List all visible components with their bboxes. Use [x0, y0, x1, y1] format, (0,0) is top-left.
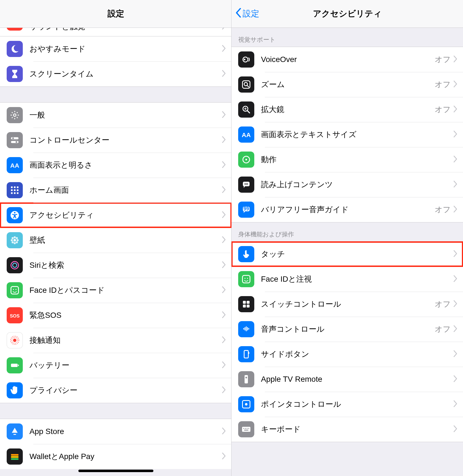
row-voiceover[interactable]: VoiceOverオフ [232, 47, 463, 72]
chevron-right-icon [222, 336, 226, 344]
row-appstore[interactable]: App Store [0, 419, 232, 444]
row-sidebutton[interactable]: サイドボタン [232, 342, 463, 367]
home-indicator[interactable] [78, 470, 153, 472]
row-label: Siriと検索 [29, 260, 222, 271]
svg-point-47 [245, 159, 247, 160]
row-label: 画面表示とテキストサイズ [261, 129, 454, 140]
row-label: バッテリー [29, 360, 222, 371]
row-wallpaper[interactable]: 壁紙 [0, 228, 232, 253]
row-label: Apple TV Remote [261, 375, 454, 384]
chevron-right-icon [454, 425, 457, 433]
chevron-right-icon [454, 300, 457, 308]
svg-point-17 [14, 239, 16, 242]
row-voicectrl[interactable]: 音声コントロールオフ [232, 317, 463, 342]
svg-point-41 [244, 59, 245, 60]
row-label: アクセシビリティ [29, 210, 222, 220]
face-icon [7, 282, 23, 298]
chevron-right-icon [222, 45, 226, 53]
row-home[interactable]: ホーム画面 [0, 178, 232, 203]
magnifier-icon [238, 101, 254, 118]
row-textsize[interactable]: AA画面表示とテキストサイズ [232, 122, 463, 147]
back-button[interactable]: 設定 [235, 0, 259, 28]
row-wallet[interactable]: WalletとApple Pay [0, 444, 232, 469]
svg-rect-35 [11, 364, 18, 367]
row-pointer[interactable]: ポインタコントロール [232, 392, 463, 417]
chevron-right-icon [222, 236, 226, 244]
chevron-right-icon [454, 181, 457, 189]
appstore-icon [7, 423, 23, 440]
svg-rect-61 [244, 351, 248, 358]
svg-text:AA: AA [10, 162, 19, 169]
chevron-right-icon [222, 70, 226, 78]
sound-icon [7, 28, 23, 31]
svg-point-26 [11, 262, 19, 269]
row-switchctrl[interactable]: スイッチコントロールオフ [232, 292, 463, 317]
row-siri[interactable]: Siriと検索 [0, 253, 232, 278]
svg-point-27 [13, 263, 17, 267]
row-value: オフ [435, 299, 451, 309]
aa-icon: AA [238, 127, 254, 143]
exposure-icon [7, 332, 23, 348]
row-faceid[interactable]: Face IDとパスコード [0, 278, 232, 303]
svg-point-30 [16, 289, 17, 290]
accessibility-list[interactable]: 視覚サポートVoiceOverオフズームオフ拡大鏡オフAA画面表示とテキストサイ… [232, 28, 463, 476]
chevron-right-icon [454, 375, 457, 383]
svg-point-49 [245, 184, 246, 185]
row-faceatt[interactable]: Face IDと注視 [232, 267, 463, 292]
row-value: オフ [435, 324, 451, 334]
row-controlcenter[interactable]: コントロールセンター [0, 128, 232, 153]
row-label: Face IDとパスコード [29, 285, 222, 296]
svg-rect-69 [245, 428, 246, 429]
row-keyboard[interactable]: キーボード [232, 417, 463, 442]
chevron-right-icon [222, 111, 226, 119]
row-screentime[interactable]: スクリーンタイム [0, 61, 232, 86]
row-touch[interactable]: タッチ [232, 242, 463, 267]
row-exposure[interactable]: 接触通知 [0, 328, 232, 353]
row-motion[interactable]: 動作 [232, 147, 463, 172]
row-label: おやすみモード [29, 44, 222, 54]
voicectrl-icon [238, 321, 254, 337]
row-cutoff[interactable]: サウンドと触覚 [0, 28, 232, 36]
row-magnifier[interactable]: 拡大鏡オフ [232, 97, 463, 122]
settings-title: 設定 [108, 8, 124, 19]
row-accessibility[interactable]: アクセシビリティ [0, 203, 232, 228]
row-display[interactable]: AA画面表示と明るさ [0, 153, 232, 178]
aa-icon: AA [7, 157, 23, 173]
accessibility-title: アクセシビリティ [313, 8, 382, 19]
row-privacy[interactable]: プライバシー [0, 378, 232, 403]
chevron-right-icon [454, 206, 457, 214]
moon-icon [7, 41, 23, 57]
row-sos[interactable]: SOS緊急SOS [0, 303, 232, 328]
row-value: オフ [435, 204, 451, 215]
chevron-right-icon [454, 156, 457, 163]
settings-header: 設定 [0, 0, 232, 28]
svg-rect-8 [17, 187, 19, 188]
touch-icon [238, 246, 254, 262]
svg-rect-72 [244, 430, 248, 431]
row-appletv[interactable]: Apple TV Remote [232, 367, 463, 392]
svg-rect-39 [11, 458, 19, 460]
settings-list[interactable]: サウンドと触覚おやすみモードスクリーンタイム一般コントロールセンターAA画面表示… [0, 28, 232, 476]
svg-rect-70 [247, 428, 248, 429]
svg-point-16 [14, 212, 15, 213]
svg-rect-54 [243, 276, 250, 283]
keyboard-icon [238, 421, 254, 437]
row-label: ホーム画面 [29, 185, 222, 195]
row-spoken[interactable]: 読み上げコンテンツ [232, 172, 463, 197]
row-general[interactable]: 一般 [0, 103, 232, 128]
row-audiodesc[interactable]: 99バリアフリー音声ガイドオフ [232, 197, 463, 222]
svg-point-20 [11, 239, 13, 241]
row-dnd[interactable]: おやすみモード [0, 36, 232, 61]
hourglass-icon [7, 66, 23, 82]
quote-icon: 99 [238, 202, 254, 218]
svg-point-18 [14, 236, 16, 239]
chevron-right-icon [454, 250, 457, 258]
chevron-right-icon [222, 386, 226, 394]
row-battery[interactable]: バッテリー [0, 353, 232, 378]
zoom-icon [238, 76, 254, 93]
hand-icon [7, 382, 23, 398]
svg-point-50 [246, 184, 247, 185]
row-zoom[interactable]: ズームオフ [232, 72, 463, 97]
chevron-right-icon [454, 56, 457, 63]
chevron-right-icon [454, 106, 457, 113]
